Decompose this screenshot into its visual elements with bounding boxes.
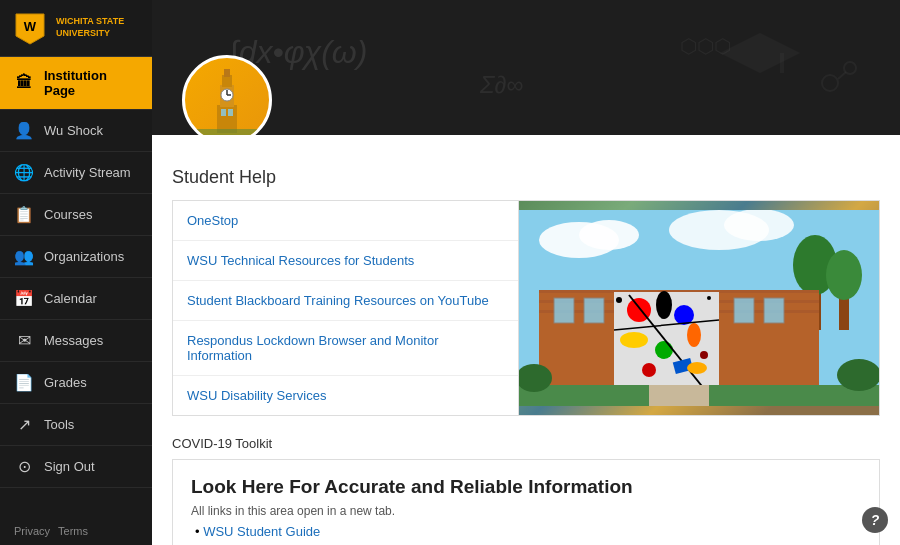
nav-menu: 🏛 Institution Page 👤 Wu Shock 🌐 Activity… [0,57,152,517]
covid-subtitle: All links in this area open in a new tab… [191,504,861,518]
svg-point-51 [700,351,708,359]
svg-point-42 [655,341,673,359]
svg-rect-35 [734,298,754,323]
link-respondus[interactable]: Respondus Lockdown Browser and Monitor I… [173,321,518,376]
organizations-icon: 👥 [14,247,34,266]
svg-point-43 [687,323,701,347]
link-onestop[interactable]: OneStop [173,201,518,241]
university-name: WICHITA STATE UNIVERSITY [56,16,124,39]
covid-title: COVID-19 Toolkit [172,436,880,451]
grades-icon: 📄 [14,373,34,392]
main-content: ∫dx•φχ(ω) Σ∂∞ ⬡⬡⬡ [152,0,900,545]
help-button[interactable]: ? [862,507,888,533]
student-help-links: OneStop WSU Technical Resources for Stud… [173,201,519,415]
svg-point-48 [687,362,707,374]
courses-icon: 📋 [14,205,34,224]
tools-icon: ↗ [14,415,34,434]
sidebar-item-sign-out[interactable]: ⊙ Sign Out [0,446,152,488]
globe-icon: 🌐 [14,163,34,182]
svg-point-28 [826,250,862,300]
svg-rect-33 [554,298,574,323]
svg-rect-18 [228,109,233,116]
student-help-title: Student Help [172,167,880,188]
covid-heading: Look Here For Accurate and Reliable Info… [191,476,861,498]
svg-point-50 [707,296,711,300]
campus-svg [519,210,879,406]
institution-icon: 🏛 [14,74,34,92]
sidebar-item-courses[interactable]: 📋 Courses [0,194,152,236]
covid-link-list: • WSU Student Guide [191,524,861,539]
wsu-logo-icon: W [12,10,48,46]
sidebar-item-tools[interactable]: ↗ Tools [0,404,152,446]
profile-avatar [182,55,272,135]
banner-math-decoration: ∫dx•φχ(ω) Σ∂∞ ⬡⬡⬡ [180,3,880,133]
svg-rect-34 [584,298,604,323]
svg-marker-5 [720,33,800,73]
svg-rect-13 [224,69,230,77]
sidebar-item-messages[interactable]: ✉ Messages [0,320,152,362]
tower-svg [192,65,262,135]
svg-point-49 [616,297,622,303]
svg-point-46 [642,363,656,377]
svg-point-41 [620,332,648,348]
link-wsu-tech[interactable]: WSU Technical Resources for Students [173,241,518,281]
covid-box: Look Here For Accurate and Reliable Info… [172,459,880,545]
sidebar-item-wu-shock[interactable]: 👤 Wu Shock [0,110,152,152]
sidebar-footer: Privacy Terms [0,517,152,545]
messages-icon: ✉ [14,331,34,350]
header-banner: ∫dx•φχ(ω) Σ∂∞ ⬡⬡⬡ [152,0,900,135]
svg-rect-19 [192,129,262,135]
student-guide-link[interactable]: WSU Student Guide [203,524,320,539]
svg-text:Σ∂∞: Σ∂∞ [479,71,523,98]
svg-line-9 [838,72,846,79]
svg-rect-6 [780,53,784,73]
svg-point-54 [837,359,879,391]
campus-building-image [519,201,879,415]
link-disability[interactable]: WSU Disability Services [173,376,518,415]
content-area: Student Help OneStop WSU Technical Resou… [152,149,900,545]
svg-rect-17 [221,109,226,116]
sidebar: W WICHITA STATE UNIVERSITY 🏛 Institution… [0,0,152,545]
privacy-link[interactable]: Privacy [14,525,50,537]
sidebar-item-institution-page[interactable]: 🏛 Institution Page [0,57,152,110]
svg-point-24 [724,210,794,241]
sidebar-item-organizations[interactable]: 👥 Organizations [0,236,152,278]
svg-point-39 [656,291,672,319]
svg-rect-36 [764,298,784,323]
sidebar-item-calendar[interactable]: 📅 Calendar [0,278,152,320]
svg-point-22 [579,220,639,250]
svg-rect-55 [649,385,709,406]
sidebar-item-activity-stream[interactable]: 🌐 Activity Stream [0,152,152,194]
calendar-icon: 📅 [14,289,34,308]
sidebar-item-grades[interactable]: 📄 Grades [0,362,152,404]
svg-text:W: W [24,19,37,34]
svg-rect-10 [217,105,237,133]
signout-icon: ⊙ [14,457,34,476]
link-training[interactable]: Student Blackboard Training Resources on… [173,281,518,321]
covid-section: COVID-19 Toolkit Look Here For Accurate … [172,436,880,545]
sidebar-logo: W WICHITA STATE UNIVERSITY [0,0,152,57]
terms-link[interactable]: Terms [58,525,88,537]
user-icon: 👤 [14,121,34,140]
student-help-grid: OneStop WSU Technical Resources for Stud… [172,200,880,416]
svg-point-7 [822,75,838,91]
